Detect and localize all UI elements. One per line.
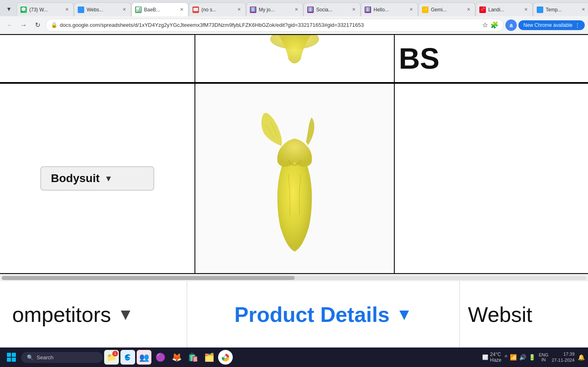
taskbar-app-wrapper-1: 📁 1 (104, 350, 119, 365)
tab-close-1[interactable]: ✕ (63, 7, 70, 13)
forward-button[interactable]: → (17, 19, 30, 32)
bodysuit-dropdown[interactable]: Bodysuit ▼ (40, 166, 154, 191)
taskbar-search-bar[interactable]: 🔍 Search (21, 352, 103, 363)
grid-cell-top-left (0, 35, 195, 83)
product-image-partial (195, 35, 394, 83)
tab-close-6[interactable]: ✕ (350, 7, 357, 13)
product-details-arrow-icon: ▼ (396, 305, 412, 324)
volume-icon[interactable]: 🔊 (519, 354, 526, 360)
tab-close-3[interactable]: ✕ (178, 7, 185, 13)
tab-landing[interactable]: 📌 Landi... ✕ (476, 2, 533, 16)
tab-favicon-7: ℹ️ (365, 7, 371, 13)
horizontal-scrollbar[interactable] (2, 276, 586, 280)
svg-rect-2 (12, 353, 16, 357)
bodysuit-label: Bodysuit (51, 172, 100, 185)
edge-icon (124, 353, 132, 361)
tab-close-2[interactable]: ✕ (121, 7, 127, 13)
product-swimsuit-image (242, 93, 348, 264)
svg-point-7 (224, 356, 227, 358)
notification-badge: 1 (112, 351, 118, 356)
tab-close-10[interactable]: ✕ (580, 7, 586, 13)
chevron-up-icon[interactable]: ^ (505, 354, 507, 360)
weather-icon: 🌫️ (482, 354, 488, 360)
grid-cell-image (195, 83, 395, 274)
tab-close-9[interactable]: ✕ (522, 7, 529, 13)
system-icons: ^ 📶 🔊 🔋 (505, 354, 536, 360)
taskbar-app-chrome[interactable] (218, 350, 233, 365)
product-details-cell: Product Details ▼ (187, 281, 460, 347)
browser-toolbar: ← → ↻ 🔒 docs.google.com/spreadsheets/d/1… (0, 16, 588, 34)
tab-close-7[interactable]: ✕ (408, 7, 414, 13)
bs-label: BS (399, 42, 439, 75)
tab-title-6: Socia... (316, 7, 348, 13)
reload-button[interactable]: ↻ (31, 19, 44, 32)
tab-social[interactable]: ℹ️ Socia... ✕ (304, 2, 361, 16)
tab-myjo[interactable]: ℹ️ My jo... ✕ (246, 2, 303, 16)
tab-title-2: Webs... (87, 7, 118, 13)
address-bar[interactable]: 🔒 docs.google.com/spreadsheets/d/1xYD4Yz… (46, 19, 504, 32)
taskbar-teams-app[interactable]: 👥 (137, 350, 151, 365)
tab-back-btn[interactable]: ▼ (3, 3, 15, 15)
tab-favicon-4: ✉️ (192, 7, 199, 13)
taskbar-app-folder[interactable]: 🗂️ (202, 350, 216, 365)
taskbar-date-display: 27-11-2024 (552, 357, 575, 363)
tab-favicon-10: 🌐 (537, 7, 543, 13)
taskbar-app-purple[interactable]: 🟣 (153, 350, 168, 365)
browser-frame: ▼ 💬 (73) W... ✕ 🌐 Webs... ✕ 📊 BaeB... ✕ … (0, 0, 588, 367)
grid-cell-top-middle (195, 35, 395, 83)
tab-baeb[interactable]: 📊 BaeB... ✕ (131, 2, 188, 16)
tab-favicon-1: 💬 (20, 7, 27, 13)
svg-rect-3 (7, 358, 11, 362)
tab-close-5[interactable]: ✕ (293, 7, 299, 13)
battery-icon[interactable]: 🔋 (529, 354, 536, 360)
back-button[interactable]: ← (3, 19, 16, 32)
tab-webs[interactable]: 🌐 Webs... ✕ (74, 2, 131, 16)
tab-title-9: Landi... (488, 7, 520, 13)
nav-controls: ← → ↻ (3, 19, 44, 32)
content-area: BS Bodysuit ▼ (0, 34, 588, 347)
tab-title-1: (73) W... (29, 7, 61, 13)
competitors-dropdown[interactable]: ompetitors ▼ (12, 302, 133, 327)
profile-icon[interactable]: a (505, 20, 517, 31)
scrollbar-thumb[interactable] (2, 276, 295, 280)
competitors-label: ompetitors (12, 302, 111, 327)
tab-favicon-3: 📊 (135, 7, 142, 13)
tab-bar: ▼ 💬 (73) W... ✕ 🌐 Webs... ✕ 📊 BaeB... ✕ … (0, 0, 588, 16)
spreadsheet-area: BS Bodysuit ▼ (0, 34, 588, 347)
tab-favicon-5: ℹ️ (250, 7, 256, 13)
extension-icon[interactable]: 🧩 (490, 21, 498, 29)
grid-cell-top-right: BS (395, 35, 588, 83)
tab-close-8[interactable]: ✕ (465, 7, 472, 13)
start-button[interactable] (3, 349, 20, 365)
lock-icon: 🔒 (51, 22, 57, 28)
language-indicator[interactable]: ENG IN (539, 352, 549, 362)
tab-temp[interactable]: 🌐 Temp... ✕ (533, 2, 588, 16)
toolbar-right: a New Chrome available ⋮ (505, 20, 585, 31)
windows-logo-icon (7, 352, 16, 362)
tab-title-4: (no s... (201, 7, 233, 13)
taskbar-app-firefox[interactable]: 🦊 (169, 350, 184, 365)
chrome-update-button[interactable]: New Chrome available ⋮ (518, 20, 585, 30)
network-icon[interactable]: 📶 (510, 354, 517, 360)
notification-bell-icon[interactable]: 🔔 (578, 354, 585, 360)
search-icon: 🔍 (27, 354, 33, 360)
website-cell: Websit (460, 281, 588, 347)
bookmark-icon[interactable]: ☆ (482, 21, 488, 29)
tab-title-3: BaeB... (144, 7, 176, 13)
tab-close-4[interactable]: ✕ (236, 7, 242, 13)
address-bar-container: 🔒 docs.google.com/spreadsheets/d/1xYD4Yz… (46, 19, 504, 32)
grid-cell-bodysuit: Bodysuit ▼ (0, 83, 195, 274)
tab-title-8: Gemi... (431, 7, 463, 13)
taskbar-time-display: 17:39 (552, 351, 575, 357)
address-text: docs.google.com/spreadsheets/d/1xYD4Yzg2… (60, 22, 480, 28)
tab-whatsapp[interactable]: 💬 (73) W... ✕ (17, 2, 74, 16)
grid-cell-right (395, 83, 588, 274)
product-details-dropdown[interactable]: Product Details ▼ (234, 302, 412, 327)
tab-gmail[interactable]: ✉️ (no s... ✕ (189, 2, 246, 16)
weather-widget[interactable]: 🌫️ 24°C Haze (482, 352, 501, 363)
tab-hello[interactable]: ℹ️ Hello... ✕ (361, 2, 418, 16)
taskbar-app-store[interactable]: 🛍️ (186, 350, 200, 365)
taskbar-edge-app[interactable] (120, 350, 135, 365)
taskbar-clock[interactable]: 17:39 27-11-2024 (552, 351, 575, 364)
tab-gemini[interactable]: ✨ Gemi... ✕ (418, 2, 475, 16)
